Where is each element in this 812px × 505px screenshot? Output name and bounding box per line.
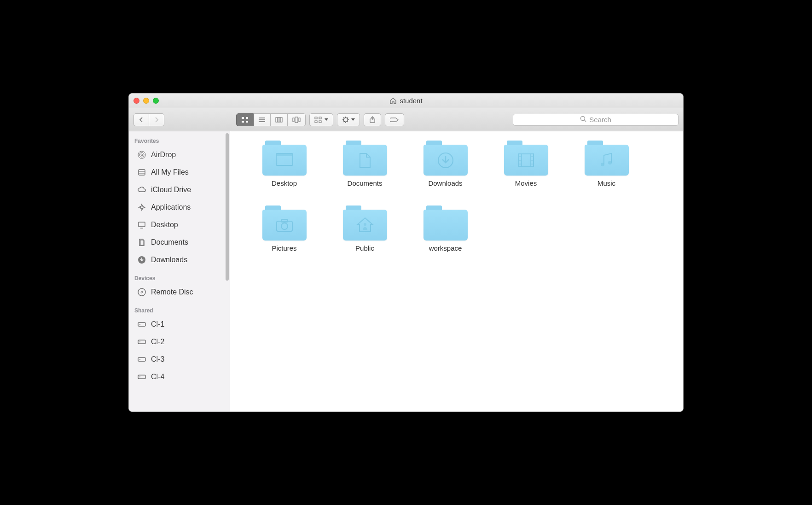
documents-icon bbox=[137, 238, 146, 247]
server-icon bbox=[137, 320, 146, 329]
action-button[interactable] bbox=[337, 113, 360, 126]
desktop-icon bbox=[137, 220, 146, 229]
svg-rect-14 bbox=[315, 121, 317, 123]
coverflow-view-button[interactable] bbox=[288, 113, 306, 126]
sidebar[interactable]: Favorites AirDrop All My Files iCloud Dr… bbox=[129, 131, 230, 411]
search-field[interactable]: Search bbox=[513, 114, 679, 126]
folder-pictures[interactable]: Pictures bbox=[244, 206, 325, 252]
sidebar-item-applications[interactable]: Applications bbox=[129, 199, 230, 216]
sidebar-item-all-my-files[interactable]: All My Files bbox=[129, 164, 230, 181]
folder-grid: Desktop Documents Downloads Movies Music bbox=[244, 141, 669, 252]
svg-rect-7 bbox=[276, 117, 278, 122]
svg-point-61 bbox=[608, 161, 612, 164]
folder-movies[interactable]: Movies bbox=[486, 141, 566, 187]
folder-label: Downloads bbox=[428, 179, 462, 187]
toolbar: Search bbox=[129, 108, 683, 131]
svg-line-24 bbox=[343, 121, 344, 122]
svg-rect-35 bbox=[139, 222, 145, 227]
sidebar-item-label: Cl-1 bbox=[151, 320, 164, 329]
folder-workspace[interactable]: workspace bbox=[405, 206, 486, 252]
svg-rect-10 bbox=[293, 118, 294, 122]
cloud-icon bbox=[137, 185, 146, 194]
share-button[interactable] bbox=[364, 113, 381, 126]
sidebar-item-cl-2[interactable]: Cl-2 bbox=[129, 333, 230, 351]
svg-line-28 bbox=[585, 120, 586, 122]
svg-rect-42 bbox=[138, 340, 145, 344]
allfiles-icon bbox=[137, 168, 146, 177]
svg-point-43 bbox=[139, 341, 140, 342]
svg-rect-0 bbox=[242, 117, 244, 119]
sidebar-item-label: Documents bbox=[151, 238, 188, 247]
svg-point-66 bbox=[364, 223, 366, 226]
search-placeholder: Search bbox=[589, 116, 611, 123]
close-button[interactable] bbox=[133, 98, 139, 104]
svg-point-17 bbox=[344, 117, 348, 122]
svg-rect-1 bbox=[246, 117, 248, 119]
folder-label: Documents bbox=[348, 179, 383, 187]
sidebar-item-icloud[interactable]: iCloud Drive bbox=[129, 181, 230, 199]
section-devices-title: Devices bbox=[129, 269, 230, 283]
sidebar-item-label: iCloud Drive bbox=[151, 186, 191, 194]
sidebar-item-cl-3[interactable]: Cl-3 bbox=[129, 351, 230, 368]
downloads-icon bbox=[137, 255, 146, 264]
svg-rect-49 bbox=[276, 153, 293, 156]
svg-rect-11 bbox=[295, 117, 298, 123]
svg-rect-46 bbox=[138, 375, 145, 379]
traffic-lights bbox=[133, 98, 159, 104]
svg-point-39 bbox=[141, 291, 143, 293]
sidebar-item-documents[interactable]: Documents bbox=[129, 234, 230, 251]
applications-icon bbox=[137, 203, 146, 212]
folder-public[interactable]: Public bbox=[325, 206, 405, 252]
action-group bbox=[337, 113, 360, 126]
folder-icon bbox=[423, 206, 468, 241]
titlebar[interactable]: student bbox=[129, 94, 683, 108]
sidebar-item-downloads[interactable]: Downloads bbox=[129, 251, 230, 269]
server-icon bbox=[137, 372, 146, 382]
sidebar-item-cl-4[interactable]: Cl-4 bbox=[129, 368, 230, 386]
folder-label: workspace bbox=[429, 244, 462, 252]
folder-desktop[interactable]: Desktop bbox=[244, 141, 325, 187]
svg-rect-12 bbox=[299, 118, 300, 122]
sidebar-item-label: All My Files bbox=[151, 168, 189, 176]
svg-rect-8 bbox=[278, 117, 280, 122]
svg-point-29 bbox=[141, 154, 143, 156]
sidebar-item-cl-1[interactable]: Cl-1 bbox=[129, 316, 230, 333]
folder-music[interactable]: Music bbox=[566, 141, 647, 187]
column-view-button[interactable] bbox=[271, 113, 288, 126]
search-icon bbox=[580, 116, 586, 123]
tags-group bbox=[385, 113, 404, 126]
arrange-group bbox=[309, 113, 333, 126]
icon-view-button[interactable] bbox=[236, 113, 254, 126]
sidebar-item-label: Applications bbox=[151, 203, 191, 211]
list-view-button[interactable] bbox=[254, 113, 271, 126]
svg-line-22 bbox=[343, 117, 344, 118]
fullscreen-button[interactable] bbox=[153, 98, 159, 104]
forward-button[interactable] bbox=[149, 113, 164, 126]
folder-icon bbox=[262, 141, 307, 176]
sidebar-item-remote-disc[interactable]: Remote Disc bbox=[129, 283, 230, 301]
svg-rect-13 bbox=[315, 117, 317, 119]
arrange-button[interactable] bbox=[309, 113, 333, 126]
minimize-button[interactable] bbox=[143, 98, 149, 104]
svg-point-38 bbox=[138, 288, 145, 296]
svg-point-45 bbox=[139, 359, 140, 360]
folder-label: Music bbox=[597, 179, 615, 187]
sidebar-scrollbar[interactable] bbox=[226, 133, 229, 281]
tags-button[interactable] bbox=[385, 113, 404, 126]
content-area[interactable]: Desktop Documents Downloads Movies Music bbox=[230, 131, 683, 411]
finder-window: student bbox=[128, 93, 684, 412]
folder-icon bbox=[504, 141, 548, 176]
folder-downloads[interactable]: Downloads bbox=[405, 141, 486, 187]
folder-documents[interactable]: Documents bbox=[325, 141, 405, 187]
section-shared-title: Shared bbox=[129, 301, 230, 316]
folder-label: Desktop bbox=[272, 179, 297, 187]
sidebar-item-airdrop[interactable]: AirDrop bbox=[129, 146, 230, 164]
sidebar-item-desktop[interactable]: Desktop bbox=[129, 216, 230, 234]
back-button[interactable] bbox=[133, 113, 149, 126]
nav-buttons bbox=[133, 113, 164, 126]
window-title: student bbox=[389, 97, 422, 105]
section-favorites-title: Favorites bbox=[129, 131, 230, 146]
folder-icon bbox=[262, 206, 307, 241]
svg-line-23 bbox=[348, 121, 348, 122]
svg-point-64 bbox=[281, 223, 288, 229]
